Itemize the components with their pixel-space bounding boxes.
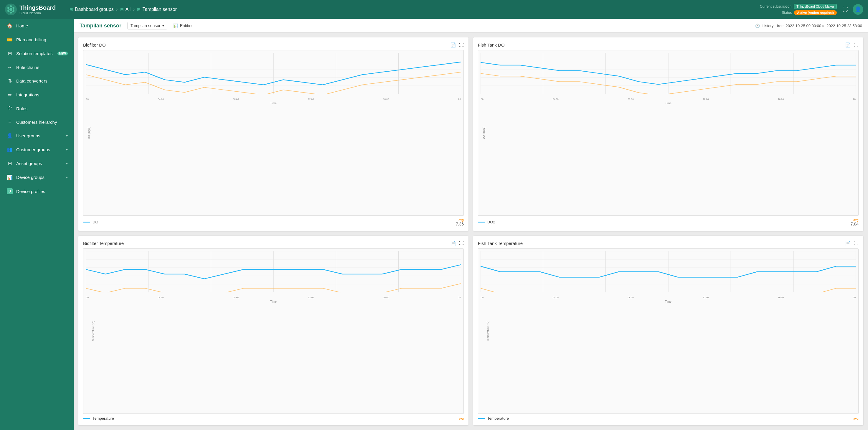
- user-groups-icon: 👤: [7, 133, 13, 139]
- home-icon: 🏠: [7, 23, 13, 29]
- breadcrumb-all[interactable]: ⊞ All: [120, 7, 131, 12]
- avg-label-fish-tank-temp: avg: [853, 417, 859, 420]
- svg-text:12:00: 12:00: [308, 98, 314, 100]
- subscription-badge[interactable]: ThingsBoard Cloud Maker: [794, 4, 837, 9]
- sidebar-item-user-groups[interactable]: 👤 User groups ▾: [0, 129, 74, 143]
- breadcrumb-label-2: All: [125, 7, 131, 12]
- legend-biofilter-temp: Temperature: [83, 416, 114, 421]
- sidebar-item-customer-groups[interactable]: 👥 Customer groups ▾: [0, 143, 74, 156]
- account-button[interactable]: 👤: [853, 4, 863, 15]
- export-icon-biofilter-do[interactable]: 📄: [450, 42, 456, 48]
- avg-label-biofilter-temp: avg: [459, 417, 464, 420]
- sidebar-label-plan: Plan and billing: [16, 37, 68, 42]
- avg-label-biofilter-do: avg: [459, 218, 464, 222]
- sidebar-label-rule-chains: Rule chains: [16, 65, 68, 70]
- sidebar-item-data-converters[interactable]: ⇅ Data converters: [0, 74, 74, 88]
- sidebar-item-device-groups[interactable]: 📊 Device groups ▾: [0, 171, 74, 184]
- x-ticks-biofilter-do: 00:0004:0008:0012:0016:0020:00: [86, 95, 461, 100]
- x-axis-label-biofilter-do: Time: [86, 102, 461, 105]
- x-axis-label-fish-tank-do: Time: [480, 102, 856, 105]
- dashboard-grid: Biofilter DO 📄 ⛶ DO (mg/L) 00:0004:0008:…: [74, 33, 868, 430]
- sidebar-item-device-profiles[interactable]: D Device profiles: [0, 184, 74, 198]
- svg-point-7: [7, 7, 9, 9]
- breadcrumb-sep-2: ›: [133, 6, 135, 13]
- svg-text:04:00: 04:00: [553, 296, 559, 298]
- device-groups-icon: 📊: [7, 175, 13, 180]
- grid-icon-2: ⊞: [120, 7, 124, 12]
- widget-title-biofilter-temp: Biofilter Temperature: [83, 241, 124, 246]
- sidebar-item-solution-templates[interactable]: ⊞ Solution templates NEW: [0, 47, 74, 60]
- sidebar-label-solution: Solution templates: [16, 51, 54, 56]
- sidebar-item-rule-chains[interactable]: ↔ Rule chains: [0, 60, 74, 74]
- dashboard-selector[interactable]: Tampilan sensor ▾: [127, 22, 167, 29]
- sidebar: 🏠 Home 💳 Plan and billing ⊞ Solution tem…: [0, 19, 74, 430]
- svg-text:04:00: 04:00: [158, 98, 164, 100]
- breadcrumb-current[interactable]: ⊞ Tampilan sensor: [137, 7, 177, 12]
- svg-text:20:00: 20:00: [853, 296, 856, 298]
- svg-text:08:00: 08:00: [233, 98, 239, 100]
- expand-icon-fish-tank-do[interactable]: ⛶: [854, 42, 859, 48]
- svg-text:08:00: 08:00: [628, 296, 634, 298]
- sidebar-item-roles[interactable]: 🛡 Roles: [0, 102, 74, 115]
- svg-text:00:00: 00:00: [86, 98, 89, 100]
- svg-text:12:00: 12:00: [308, 296, 314, 298]
- sidebar-label-integrations: Integrations: [16, 92, 68, 97]
- entities-button[interactable]: 📊 Entities: [173, 23, 193, 28]
- export-icon-fish-tank-do[interactable]: 📄: [845, 42, 851, 48]
- breadcrumb-label-3: Tampilan sensor: [142, 7, 177, 12]
- widget-footer-biofilter-do: DO avg 7.36: [83, 218, 464, 226]
- user-groups-chevron: ▾: [66, 134, 68, 138]
- widget-card-fish-tank-temp: Fish Tank Temperature 📄 ⛶ Temperature (°…: [473, 236, 863, 426]
- sidebar-label-converters: Data converters: [16, 79, 68, 84]
- sidebar-item-plan-billing[interactable]: 💳 Plan and billing: [0, 33, 74, 47]
- svg-text:16:00: 16:00: [778, 296, 784, 298]
- logo-sub-text: Cloud Platform: [20, 11, 56, 15]
- svg-text:04:00: 04:00: [158, 296, 164, 298]
- sidebar-label-asset-groups: Asset groups: [16, 161, 62, 166]
- legend-line-fish-tank-do: [478, 222, 485, 222]
- widget-card-biofilter-temp: Biofilter Temperature 📄 ⛶ Temperature (°…: [79, 236, 468, 426]
- sidebar-label-home: Home: [16, 23, 68, 28]
- svg-point-5: [10, 12, 12, 13]
- device-profiles-icon: D: [7, 188, 13, 194]
- sidebar-item-home[interactable]: 🏠 Home: [0, 19, 74, 33]
- hierarchy-icon: ≡: [7, 119, 13, 125]
- svg-text:20:00: 20:00: [458, 98, 461, 100]
- x-ticks-fish-tank-temp: 00:0004:0008:0012:0016:0020:00: [480, 294, 856, 298]
- sidebar-label-roles: Roles: [16, 106, 68, 111]
- expand-icon-fish-tank-temp[interactable]: ⛶: [854, 241, 859, 246]
- sidebar-item-customers-hierarchy[interactable]: ≡ Customers hierarchy: [0, 115, 74, 129]
- sidebar-item-asset-groups[interactable]: ⊞ Asset groups ▾: [0, 156, 74, 171]
- svg-point-6: [7, 10, 9, 12]
- subscription-row: Current subscription ThingsBoard Cloud M…: [760, 4, 837, 9]
- svg-text:20:00: 20:00: [458, 296, 461, 298]
- grid-icon-3: ⊞: [137, 7, 141, 12]
- widget-header-fish-tank-temp: Fish Tank Temperature 📄 ⛶: [478, 241, 859, 246]
- dashboard-title: Tampilan sensor: [80, 23, 121, 29]
- expand-icon-biofilter-do[interactable]: ⛶: [459, 42, 464, 48]
- expand-icon-biofilter-temp[interactable]: ⛶: [459, 241, 464, 246]
- entities-icon: 📊: [173, 23, 178, 28]
- sidebar-label-user-groups: User groups: [16, 133, 62, 138]
- legend-label-biofilter-do: DO: [93, 220, 98, 224]
- export-icon-biofilter-temp[interactable]: 📄: [450, 241, 456, 246]
- svg-text:16:00: 16:00: [383, 98, 389, 100]
- thingsboard-logo-icon: [5, 3, 17, 16]
- export-icon-fish-tank-temp[interactable]: 📄: [845, 241, 851, 246]
- device-groups-chevron: ▾: [66, 175, 68, 180]
- breadcrumb-label-1: Dashboard groups: [75, 7, 114, 12]
- widget-actions-biofilter-temp: 📄 ⛶: [450, 241, 464, 246]
- status-badge[interactable]: Active (Action required): [794, 10, 837, 15]
- widget-header-biofilter-do: Biofilter DO 📄 ⛶: [83, 42, 464, 48]
- grid-icon-sidebar: ⊞: [7, 51, 13, 56]
- chart-svg-fish-tank-temp: [480, 251, 856, 293]
- fullscreen-button[interactable]: ⛶: [841, 5, 849, 14]
- svg-text:08:00: 08:00: [628, 98, 634, 100]
- svg-text:20:00: 20:00: [853, 98, 856, 100]
- y-axis-label-biofilter-do: DO (mg/L): [88, 127, 90, 139]
- logo-text: ThingsBoard Cloud Platform: [20, 4, 56, 15]
- legend-fish-tank-do: DO2: [478, 220, 495, 224]
- breadcrumb-dashboard-groups[interactable]: ⊞ Dashboard groups: [69, 7, 114, 12]
- sidebar-item-integrations[interactable]: ⇒ Integrations: [0, 88, 74, 102]
- avg-area-biofilter-temp: avg: [459, 417, 464, 420]
